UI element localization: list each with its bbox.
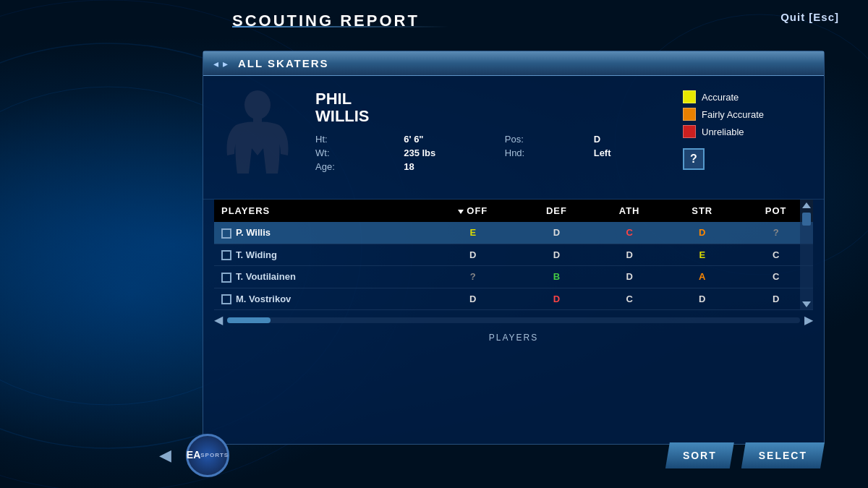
row-checkbox[interactable]	[221, 294, 231, 304]
players-table: PLAYERS OFF DEF ATH STR POT	[214, 200, 813, 310]
nav-bar: ◂ ▸ ALL SKATERS	[203, 51, 824, 76]
ht-value: 6' 6"	[404, 134, 493, 145]
select-button[interactable]: SELECT	[741, 442, 825, 468]
off-grade: ?	[426, 266, 520, 288]
hnd-label: Hnd:	[505, 147, 582, 158]
age-label: Age:	[315, 161, 392, 172]
def-grade: D	[520, 288, 593, 310]
question-button[interactable]: ?	[683, 148, 705, 170]
str-grade: D	[665, 222, 739, 244]
main-panel: SCOUTING REPORT ◂ ▸ ALL SKATERS	[203, 51, 825, 445]
accurate-box	[683, 90, 696, 103]
bottom-buttons: SORT SELECT	[665, 442, 825, 468]
def-grade: D	[520, 244, 593, 266]
ht-label: Ht:	[315, 134, 392, 145]
sort-button[interactable]: SORT	[665, 442, 734, 468]
col-str: STR	[665, 200, 739, 222]
off-grade: E	[426, 222, 520, 244]
str-grade: D	[665, 288, 739, 310]
h-scroll-left-arrow[interactable]: ◀	[214, 313, 223, 327]
def-grade: D	[520, 222, 593, 244]
h-scroll-right-arrow[interactable]: ▶	[804, 313, 813, 327]
nav-arrows: ◂ ▸	[212, 58, 229, 69]
str-grade: E	[665, 244, 739, 266]
player-stats: Ht: 6' 6" Pos: D Wt: 235 lbs Hnd: Left A…	[315, 134, 668, 172]
h-scrollbar-row: ◀ ▶	[203, 310, 824, 330]
fairly-accurate-label: Fairly Accurate	[702, 109, 764, 120]
nav-left-arrow[interactable]: ◂	[212, 58, 220, 69]
ath-grade: C	[593, 222, 665, 244]
player-name: PHIL WILLIS	[315, 90, 668, 125]
unreliable-label: Unreliable	[702, 127, 744, 137]
back-arrow[interactable]: ◀	[159, 446, 171, 465]
inner-panel: ◂ ▸ ALL SKATERS	[203, 51, 824, 444]
off-grade: D	[426, 288, 520, 310]
table-header: PLAYERS OFF DEF ATH STR POT	[214, 200, 813, 222]
scroll-up-arrow[interactable]	[802, 202, 811, 208]
nav-right-arrow[interactable]: ▸	[221, 58, 229, 69]
unreliable-box	[683, 125, 696, 138]
row-checkbox[interactable]	[221, 273, 231, 283]
legend-unreliable: Unreliable	[683, 125, 813, 138]
pos-value: D	[594, 134, 668, 145]
player-name-cell: M. Vostrikov	[214, 288, 426, 310]
ea-sports-logo: EA SPORTS	[186, 434, 229, 477]
scroll-thumb[interactable]	[802, 213, 811, 226]
col-off: OFF	[426, 200, 520, 222]
h-scroll-track[interactable]	[227, 317, 800, 323]
col-players: PLAYERS	[214, 200, 426, 222]
legend: Accurate Fairly Accurate Unreliable ?	[683, 87, 813, 188]
accurate-label: Accurate	[702, 92, 739, 103]
row-checkbox[interactable]	[221, 250, 231, 260]
table-row[interactable]: M. Vostrikov D D C D D	[214, 288, 813, 310]
svg-point-4	[244, 90, 271, 119]
player-name-cell: T. Voutilainen	[214, 266, 426, 288]
bottom-left: ◀ EA SPORTS	[159, 434, 229, 477]
wt-label: Wt:	[315, 147, 392, 158]
h-scroll-thumb[interactable]	[227, 317, 271, 323]
legend-accurate: Accurate	[683, 90, 813, 103]
col-ath: ATH	[593, 200, 665, 222]
ath-grade: D	[593, 266, 665, 288]
hnd-value: Left	[594, 147, 668, 158]
sort-arrow-icon	[458, 210, 464, 214]
nav-title: ALL SKATERS	[238, 57, 329, 69]
def-grade: B	[520, 266, 593, 288]
table-row[interactable]: T. Widing D D D E C	[214, 244, 813, 266]
player-name-cell: T. Widing	[214, 244, 426, 266]
title-underline	[232, 26, 449, 27]
table-row[interactable]: P. Willis E D C D ?	[214, 222, 813, 244]
player-details: PHIL WILLIS Ht: 6' 6" Pos: D Wt: 235 lbs…	[315, 87, 668, 188]
table-body: P. Willis E D C D ? T. Widing	[214, 222, 813, 310]
age-value: 18	[404, 161, 493, 172]
ath-grade: C	[593, 288, 665, 310]
pos-label: Pos:	[505, 134, 582, 145]
ath-grade: D	[593, 244, 665, 266]
vertical-scrollbar[interactable]	[800, 200, 813, 310]
str-grade: A	[665, 266, 739, 288]
off-grade: D	[426, 244, 520, 266]
footer-label: PLAYERS	[203, 330, 824, 346]
quit-label[interactable]: Quit [Esc]	[780, 11, 839, 23]
scroll-down-arrow[interactable]	[802, 301, 811, 307]
table-section: PLAYERS OFF DEF ATH STR POT	[203, 200, 824, 444]
player-name-cell: P. Willis	[214, 222, 426, 244]
player-info-section: PHIL WILLIS Ht: 6' 6" Pos: D Wt: 235 lbs…	[203, 76, 824, 200]
table-scroll-area: PLAYERS OFF DEF ATH STR POT	[203, 200, 824, 310]
col-def: DEF	[520, 200, 593, 222]
wt-value: 235 lbs	[404, 147, 493, 158]
legend-fairly-accurate: Fairly Accurate	[683, 108, 813, 121]
fairly-accurate-box	[683, 108, 696, 121]
row-checkbox[interactable]	[221, 228, 231, 239]
bottom-bar: ◀ EA SPORTS SORT SELECT	[159, 434, 825, 477]
table-row[interactable]: T. Voutilainen ? B D A C	[214, 266, 813, 288]
panel-title: SCOUTING REPORT	[232, 12, 420, 30]
player-silhouette	[214, 87, 301, 188]
